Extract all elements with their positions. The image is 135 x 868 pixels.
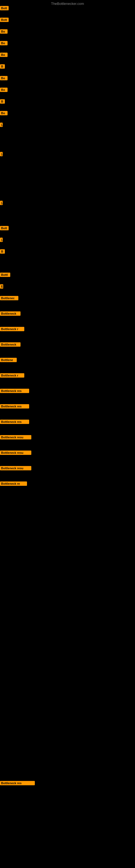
badge-item: Bottleneck re [0,482,27,486]
badge-item: B [0,64,5,69]
badge-item: Bottleneck res [0,389,29,393]
badge-item: Bottleneck resu [0,466,31,470]
badge-item: Bottleneck r [0,373,24,378]
badge-item: Bottleneck [0,311,20,316]
badge-item: Bo [0,53,8,57]
site-title: TheBottlenecker.com [51,2,84,6]
badge-item: Bottleneck resu [0,435,31,439]
badge-item: Bottleneck [0,342,20,347]
badge-item: Bottleneck resu [0,451,31,455]
badge-item: | [0,238,3,242]
badge-item: Bottl [0,273,10,277]
badge-item: Bo [0,76,8,80]
badge-item: Bottlene [0,358,17,362]
badge-item: Bo [0,88,8,92]
badge-item: B [0,99,5,104]
badge-item: Bott [0,226,9,230]
badge-item: Bottlenec [0,296,18,300]
badge-item: Bottleneck res [0,781,35,785]
badge-item: E [0,284,3,289]
badge-item: B [0,249,5,254]
badge-item: Bott [0,18,9,22]
badge-item: Bo [0,41,8,45]
badge-item: | [0,123,3,127]
badge-item: Bott [0,6,9,10]
badge-item: | [0,201,3,205]
badge-item: | [0,152,3,156]
badge-item: Bo [0,29,8,34]
badge-item: Bottleneck res [0,420,29,424]
badge-item: Bottleneck res [0,404,29,408]
badge-item: Bottleneck r [0,327,24,331]
badge-item: Bo [0,111,8,115]
